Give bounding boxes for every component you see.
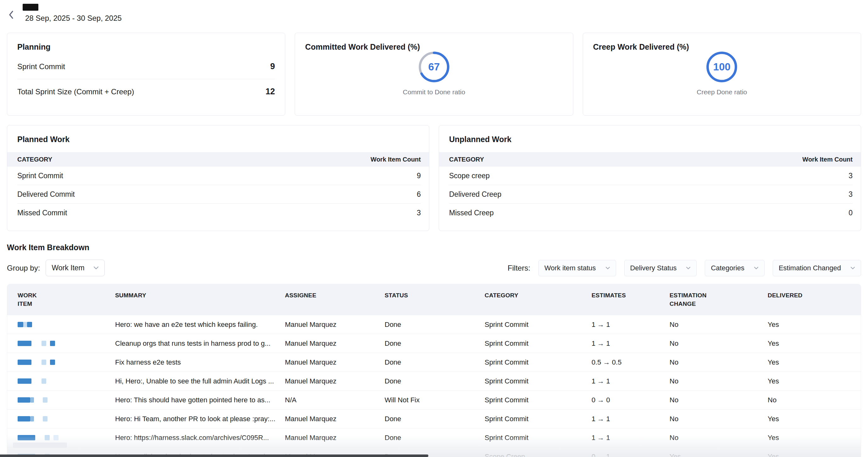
work-item-id-cell[interactable] xyxy=(7,435,115,440)
planned-work-count: 6 xyxy=(417,190,421,199)
sprint-report-page: 28 Sep, 2025 - 30 Sep, 2025 Planning Spr… xyxy=(0,0,868,457)
committed-gauge: 67 xyxy=(417,51,451,83)
summary-cell: Hi, Hero:, Unable to see the full admin … xyxy=(115,377,285,385)
estimates-cell: 1 → 1 xyxy=(592,415,670,423)
chevron-down-icon xyxy=(850,266,855,270)
creep-work-card: Creep Work Delivered (%) 100 Creep Done … xyxy=(583,33,861,116)
filter-dropdown-estimation-changed[interactable]: Estimation Changed xyxy=(773,260,861,276)
unplanned-col-count: Work Item Count xyxy=(802,156,852,163)
redaction-block xyxy=(41,341,46,346)
redaction-block xyxy=(30,397,34,403)
breakdown-controls: Group by: Work Item Filters: Work item s… xyxy=(7,260,861,276)
delivered-cell: Yes xyxy=(768,434,861,442)
work-item-id-redacted xyxy=(18,360,111,365)
group-by-value: Work Item xyxy=(52,264,84,272)
column-header-text: ESTIMATES xyxy=(592,291,626,300)
committed-gauge-value: 67 xyxy=(417,51,451,83)
report-header: 28 Sep, 2025 - 30 Sep, 2025 xyxy=(0,0,868,30)
unplanned-work-row: Missed Creep0 xyxy=(449,203,852,222)
unplanned-work-category: Scope creep xyxy=(449,172,490,180)
creep-gauge-value: 100 xyxy=(705,51,738,83)
estimates-cell: 0 → 1 xyxy=(592,453,670,457)
estimation-change-cell: No xyxy=(670,321,768,329)
filter-dropdown-categories[interactable]: Categories xyxy=(705,260,764,276)
creep-card-title: Creep Work Delivered (%) xyxy=(583,33,861,52)
status-cell: Done xyxy=(384,358,485,366)
work-item-id-cell[interactable] xyxy=(7,360,115,365)
planning-metric-row: Sprint Commit9 xyxy=(17,54,275,79)
unplanned-work-header: CATEGORY Work Item Count xyxy=(439,152,861,167)
table-row: Hero: we have an e2e test which keeps fa… xyxy=(7,315,861,334)
column-header-status: STATUS xyxy=(384,284,485,300)
summary-cell: Hero: https://harness.slack.com/archives… xyxy=(115,434,285,442)
column-header-delivered: DELIVERED xyxy=(768,284,861,300)
category-cell: Sprint Commit xyxy=(485,339,592,348)
horizontal-scrollbar[interactable] xyxy=(0,455,428,457)
work-item-id-cell[interactable] xyxy=(7,322,115,327)
planned-col-category: CATEGORY xyxy=(17,156,52,163)
redaction-block xyxy=(18,397,30,403)
column-header-text: CATEGORY xyxy=(485,291,518,300)
summary-cell: Hero: This should have gotten pointed he… xyxy=(115,396,285,404)
planned-work-title: Planned Work xyxy=(7,125,429,152)
work-item-id-cell[interactable] xyxy=(7,416,115,422)
planning-metric-label: Total Sprint Size (Commit + Creep) xyxy=(17,87,134,96)
estimates-cell: 0.5 → 0.5 xyxy=(592,358,670,366)
work-item-id-cell[interactable] xyxy=(7,397,115,403)
table-row: Cleanup orgs that runs tests in harness … xyxy=(7,334,861,353)
planned-work-row: Delivered Commit6 xyxy=(17,185,421,203)
delivered-cell: Yes xyxy=(768,339,861,348)
column-header-text: DELIVERED xyxy=(768,291,803,300)
filter-dropdown-delivery-status[interactable]: Delivery Status xyxy=(624,260,697,276)
unplanned-work-card: Unplanned Work CATEGORY Work Item Count … xyxy=(439,125,861,231)
delivered-cell: No xyxy=(768,396,861,404)
filter-dropdown-label: Categories xyxy=(711,264,744,272)
chevron-down-icon xyxy=(754,266,758,270)
table-row: Hero: https://harness.slack.com/archives… xyxy=(7,428,861,447)
work-item-id-redacted xyxy=(18,379,111,384)
chevron-down-icon xyxy=(606,266,610,270)
estimation-change-cell: No xyxy=(670,377,768,385)
estimates-cell: 0 → 0 xyxy=(592,396,670,404)
planned-work-category: Sprint Commit xyxy=(17,172,63,180)
estimation-change-cell: No xyxy=(670,358,768,366)
assignee-cell: Manuel Marquez xyxy=(285,339,384,348)
column-header-estimation-change: ESTIMATION CHANGE xyxy=(670,284,768,308)
delivered-cell: Yes xyxy=(768,321,861,329)
work-item-id-cell[interactable] xyxy=(7,379,115,384)
filters-label: Filters: xyxy=(507,264,530,272)
planned-work-row: Sprint Commit9 xyxy=(17,167,421,185)
redaction-block xyxy=(43,416,48,422)
work-item-id-redacted xyxy=(18,435,111,440)
committed-gauge-wrap: 67 Commit to Done ratio xyxy=(295,51,573,96)
creep-gauge: 100 xyxy=(705,51,738,83)
estimates-cell: 1 → 1 xyxy=(592,434,670,442)
redaction-block xyxy=(18,360,31,365)
summary-cards-row: Planning Sprint Commit9Total Sprint Size… xyxy=(7,33,861,116)
category-tables-row: Planned Work CATEGORY Work Item Count Sp… xyxy=(7,125,861,231)
estimation-change-cell: No xyxy=(670,415,768,423)
redaction-block xyxy=(41,360,46,365)
committed-work-card: Committed Work Delivered (%) 67 Commit t… xyxy=(295,33,573,116)
redaction-block xyxy=(18,416,30,422)
back-button[interactable] xyxy=(8,10,17,20)
redaction-block xyxy=(41,379,46,384)
filter-dropdown-label: Estimation Changed xyxy=(779,264,841,272)
chevron-down-icon xyxy=(686,266,691,270)
group-by-select[interactable]: Work Item xyxy=(45,260,105,276)
unplanned-work-count: 3 xyxy=(848,190,852,199)
delivered-cell: Yes xyxy=(768,358,861,366)
planned-work-rows: Sprint Commit9Delivered Commit6Missed Co… xyxy=(7,167,429,222)
planned-work-header: CATEGORY Work Item Count xyxy=(7,152,429,167)
work-item-id-cell[interactable] xyxy=(7,341,115,346)
filter-dropdown-label: Work item status xyxy=(545,264,596,272)
redaction-block xyxy=(45,435,50,440)
planned-work-count: 9 xyxy=(417,172,421,180)
report-title-redacted xyxy=(23,4,38,11)
redaction-block xyxy=(18,379,31,384)
planning-metric-label: Sprint Commit xyxy=(17,62,65,71)
column-header-work-item: WORK ITEM xyxy=(7,284,115,308)
filter-dropdown-work-item-status[interactable]: Work item status xyxy=(538,260,616,276)
planned-work-count: 3 xyxy=(417,209,421,217)
committed-gauge-caption: Commit to Done ratio xyxy=(403,88,465,96)
